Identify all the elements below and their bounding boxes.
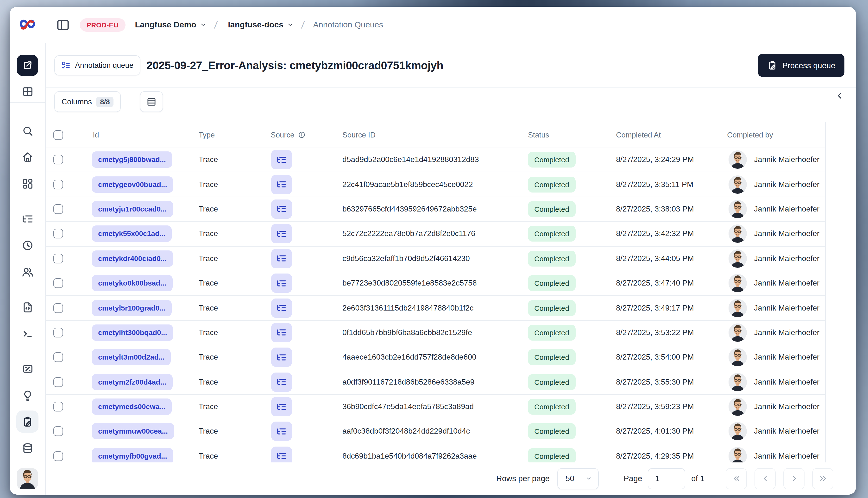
org-selector[interactable]: Langfuse Demo xyxy=(135,20,207,29)
sidebar-item-playground[interactable] xyxy=(19,325,36,342)
columns-label: Columns xyxy=(62,97,92,106)
sidebar-item-evaluators[interactable] xyxy=(19,360,36,377)
sidebar-item-insights[interactable] xyxy=(19,386,36,404)
row-checkbox[interactable] xyxy=(53,204,63,214)
langfuse-logo[interactable] xyxy=(10,7,45,43)
row-id-chip[interactable]: cmetyju1r00ccad0... xyxy=(92,201,173,217)
row-checkbox[interactable] xyxy=(53,303,63,313)
row-source-trace-button[interactable] xyxy=(271,175,292,194)
row-checkbox[interactable] xyxy=(53,353,63,362)
user-avatar[interactable] xyxy=(17,468,38,489)
row-source-id: aaf0c38db0f3f2048b24dd229df10d4c xyxy=(342,427,470,436)
row-source-trace-button[interactable] xyxy=(271,298,292,317)
chevron-down-icon xyxy=(585,475,593,482)
sidebar-item-search[interactable] xyxy=(19,122,36,140)
list-tree-icon xyxy=(22,213,34,225)
column-header-completed-by[interactable]: Completed by xyxy=(727,131,773,139)
column-header-type[interactable]: Type xyxy=(198,131,215,139)
sidebar-item-annotation-queues[interactable] xyxy=(16,410,38,433)
table-row[interactable]: cmetylht300bqad0... Trace 0f1dd65b7bb9bf… xyxy=(45,320,825,345)
sidebar-item-home[interactable] xyxy=(19,148,36,165)
column-header-status[interactable]: Status xyxy=(528,131,549,139)
last-page-button[interactable] xyxy=(812,468,833,489)
row-checkbox[interactable] xyxy=(53,180,63,189)
process-queue-button[interactable]: Process queue xyxy=(758,54,844,77)
row-source-trace-button[interactable] xyxy=(271,249,292,268)
table-row[interactable]: cmetylt3m00d2ad... Trace 4aaece1603cb2e1… xyxy=(45,345,825,370)
person-photo xyxy=(728,200,747,218)
row-checkbox[interactable] xyxy=(53,427,63,436)
table-row[interactable]: cmetykdr400ciad0... Trace c9d56ca32efaff… xyxy=(45,246,825,271)
table-row[interactable]: cmetyl5r100grad0... Trace 2e603f31361115… xyxy=(45,296,825,320)
row-id-chip[interactable]: cmetym2fz00d4ad... xyxy=(92,374,172,390)
rows-per-page-label: Rows per page xyxy=(496,474,550,483)
external-link-icon xyxy=(22,60,33,71)
collapse-panel-button[interactable] xyxy=(834,90,846,102)
sidebar-item-sessions[interactable] xyxy=(19,236,36,254)
row-id-chip[interactable]: cmetygeov00buad... xyxy=(92,176,173,193)
sidebar-item-users[interactable] xyxy=(19,263,36,281)
next-page-button[interactable] xyxy=(783,468,804,489)
row-checkbox[interactable] xyxy=(53,229,63,239)
row-source-trace-button[interactable] xyxy=(271,422,292,441)
column-header-id[interactable]: Id xyxy=(93,131,99,139)
sidebar-item-traces[interactable] xyxy=(19,210,36,227)
person-photo xyxy=(728,373,747,391)
row-id-chip[interactable]: cmetylht300bqad0... xyxy=(92,325,173,341)
table-row[interactable]: cmetymeds00cwa... Trace 36b90cdfc47e5da1… xyxy=(45,395,825,419)
row-source-trace-button[interactable] xyxy=(271,348,292,367)
row-source-trace-button[interactable] xyxy=(271,199,292,219)
rows-icon xyxy=(146,96,157,107)
row-id-chip[interactable]: cmetyg5j800bwad... xyxy=(92,152,172,168)
column-header-completed-at[interactable]: Completed At xyxy=(616,131,661,139)
row-source-trace-button[interactable] xyxy=(271,274,292,293)
sidebar-item-table[interactable] xyxy=(19,83,36,100)
sidebar-item-dashboard[interactable] xyxy=(19,175,36,192)
info-icon xyxy=(298,131,306,139)
row-checkbox[interactable] xyxy=(53,254,63,263)
page-number-input[interactable] xyxy=(648,468,686,489)
row-id-chip[interactable]: cmetyko0k00bsad... xyxy=(92,275,173,291)
project-selector[interactable]: langfuse-docs xyxy=(228,20,294,29)
row-id-chip[interactable]: cmetymyfb00gvad... xyxy=(92,448,173,464)
row-avatar xyxy=(728,200,747,218)
rows-per-page-select[interactable]: 50 xyxy=(557,468,599,489)
column-header-source-id[interactable]: Source ID xyxy=(342,131,376,139)
row-id-chip[interactable]: cmetykdr400ciad0... xyxy=(92,250,173,267)
row-id-chip[interactable]: cmetyk55x00c1ad... xyxy=(92,226,172,242)
row-id-chip[interactable]: cmetyl5r100grad0... xyxy=(92,300,172,316)
table-row[interactable]: cmetyk55x00c1ad... Trace 52c72c2222ea78e… xyxy=(45,222,825,246)
row-source-trace-button[interactable] xyxy=(271,372,292,392)
sidebar-item-open-in-new[interactable] xyxy=(17,55,38,76)
row-id-chip[interactable]: cmetymmuw00cea... xyxy=(92,423,174,440)
page-total-label: of 1 xyxy=(691,474,704,483)
row-source-trace-button[interactable] xyxy=(271,323,292,342)
row-id-chip[interactable]: cmetylt3m00d2ad... xyxy=(92,349,171,366)
first-page-button[interactable] xyxy=(726,468,747,489)
select-all-checkbox[interactable] xyxy=(53,130,63,140)
row-checkbox[interactable] xyxy=(53,451,63,461)
row-source-trace-button[interactable] xyxy=(271,397,292,416)
row-checkbox[interactable] xyxy=(53,402,63,411)
column-header-source[interactable]: Source xyxy=(271,131,306,139)
table-row[interactable]: cmetyju1r00ccad0... Trace b63297665cfd44… xyxy=(45,197,825,222)
row-checkbox[interactable] xyxy=(53,155,63,165)
row-checkbox[interactable] xyxy=(53,328,63,338)
row-height-button[interactable] xyxy=(140,91,163,112)
sidebar-item-datasets[interactable] xyxy=(19,440,36,457)
row-checkbox[interactable] xyxy=(53,377,63,387)
sidebar-toggle-button[interactable] xyxy=(56,17,70,32)
row-checkbox[interactable] xyxy=(53,278,63,288)
row-source-trace-button[interactable] xyxy=(271,150,292,169)
table-row[interactable]: cmetyg5j800bwad... Trace d5ad9d52a00c6e1… xyxy=(45,147,825,172)
table-row[interactable]: cmetygeov00buad... Trace 22c41f09acae5b1… xyxy=(45,172,825,197)
row-status-badge: Completed xyxy=(528,201,575,217)
table-row[interactable]: cmetyko0k00bsad... Trace be7723e30d80205… xyxy=(45,271,825,296)
table-row[interactable]: cmetym2fz00d4ad... Trace a0df3f901167218… xyxy=(45,370,825,395)
previous-page-button[interactable] xyxy=(754,468,776,489)
sidebar-item-prompts[interactable] xyxy=(19,299,36,316)
columns-button[interactable]: Columns 8/8 xyxy=(54,91,121,112)
row-id-chip[interactable]: cmetymeds00cwa... xyxy=(92,398,172,415)
table-row[interactable]: cmetymmuw00cea... Trace aaf0c38db0f3f204… xyxy=(45,419,825,444)
row-source-trace-button[interactable] xyxy=(271,224,292,244)
